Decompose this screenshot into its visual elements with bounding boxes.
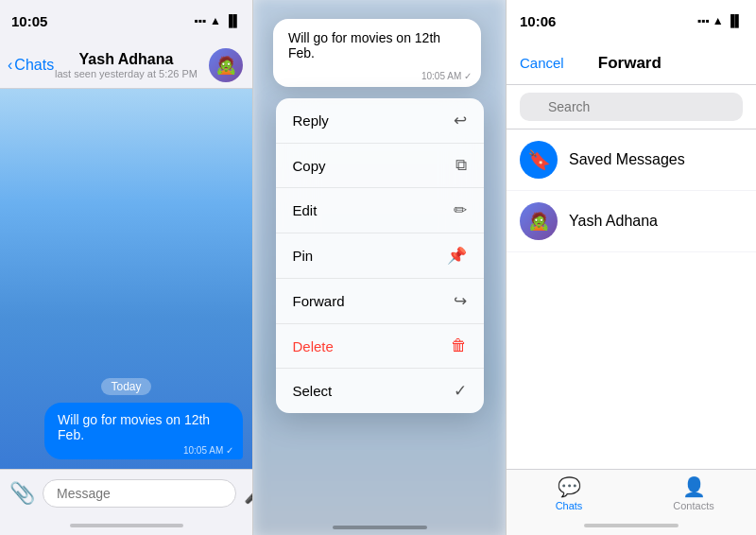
context-bubble-time: 10:05 AM ✓ <box>421 71 472 81</box>
home-bar <box>70 524 183 527</box>
copy-label: Copy <box>293 158 326 174</box>
forward-status-bar: 10:06 ▪▪▪ ▲ ▐▌ <box>507 0 756 42</box>
message-input[interactable] <box>43 479 236 508</box>
delete-label: Delete <box>293 338 334 354</box>
bookmark-icon: 🔖 <box>527 148 551 171</box>
status-time: 10:05 <box>11 13 47 29</box>
contact-saved-messages[interactable]: 🔖 Saved Messages <box>507 129 756 191</box>
forward-icon: ↪ <box>454 291 467 311</box>
yash-avatar: 🧟 <box>520 202 558 240</box>
select-icon: ✓ <box>454 381 467 401</box>
message-time: 10:05 AM ✓ <box>183 445 233 456</box>
context-menu: Reply ↩ Copy ⧉ Edit ✏ Pin 📌 Forward ↪ De… <box>276 98 484 413</box>
tab-chats[interactable]: 💬 Chats <box>507 470 631 516</box>
menu-item-edit[interactable]: Edit ✏ <box>276 188 484 233</box>
attach-icon[interactable]: 📎 <box>9 481 35 506</box>
message-text: Will go for movies on 12th Feb. <box>58 412 210 442</box>
back-label[interactable]: Chats <box>14 57 54 74</box>
edit-label: Edit <box>293 202 318 218</box>
context-menu-panel: Will go for movies on 12th Feb. 10:05 AM… <box>253 0 506 535</box>
fwd-status-time: 10:06 <box>520 13 556 29</box>
status-bar: 10:05 ▪▪▪ ▲ ▐▌ <box>0 0 252 42</box>
menu-item-reply[interactable]: Reply ↩ <box>276 98 484 144</box>
fwd-status-icons: ▪▪▪ ▲ ▐▌ <box>697 14 743 27</box>
contacts-tab-label: Contacts <box>673 500 713 511</box>
reply-icon: ↩ <box>454 111 467 130</box>
chat-header: ‹ Chats Yash Adhana last seen yesterday … <box>0 42 252 89</box>
forward-search-bar: 🔍 <box>507 85 756 129</box>
saved-messages-name: Saved Messages <box>569 151 685 168</box>
wifi-icon: ▲ <box>210 14 221 27</box>
menu-item-delete[interactable]: Delete 🗑 <box>276 324 484 369</box>
context-bubble-text: Will go for movies on 12th Feb. <box>288 30 440 60</box>
date-label: Today <box>101 378 150 395</box>
fwd-home-indicator <box>507 516 756 535</box>
forward-label: Forward <box>293 293 345 309</box>
contacts-tab-icon: 👤 <box>682 475 706 498</box>
menu-item-pin[interactable]: Pin 📌 <box>276 233 484 279</box>
menu-item-copy[interactable]: Copy ⧉ <box>276 144 484 188</box>
forward-header: Cancel Forward <box>507 42 756 85</box>
select-label: Select <box>293 383 333 399</box>
message-bubble[interactable]: Will go for movies on 12th Feb. 10:05 AM… <box>44 403 243 459</box>
contacts-list: 🔖 Saved Messages 🧟 Yash Adhana <box>507 129 756 469</box>
chevron-left-icon: ‹ <box>8 57 12 74</box>
delete-icon: 🗑 <box>451 337 467 355</box>
audio-icon[interactable]: 🎤 <box>244 482 253 505</box>
chats-tab-label: Chats <box>556 500 583 511</box>
forward-tab-bar: 💬 Chats 👤 Contacts <box>507 469 756 516</box>
status-icons: ▪▪▪ ▲ ▐▌ <box>194 14 241 27</box>
reply-label: Reply <box>293 112 329 129</box>
cancel-button[interactable]: Cancel <box>520 55 564 71</box>
avatar[interactable]: 🧟 <box>209 48 243 82</box>
search-input[interactable] <box>520 93 743 121</box>
contact-status: last seen yesterday at 5:26 PM <box>55 68 198 79</box>
yash-avatar-emoji: 🧟 <box>528 211 549 232</box>
fwd-home-bar <box>584 524 679 527</box>
chat-panel: 10:05 ▪▪▪ ▲ ▐▌ ‹ Chats Yash Adhana last … <box>0 0 253 535</box>
contact-yash[interactable]: 🧟 Yash Adhana <box>507 191 756 252</box>
signal-icon: ▪▪▪ <box>194 14 206 27</box>
chats-tab-icon: 💬 <box>558 475 581 498</box>
back-button[interactable]: ‹ Chats <box>8 57 54 74</box>
menu-item-select[interactable]: Select ✓ <box>276 369 484 413</box>
battery-icon: ▐▌ <box>225 14 241 27</box>
tab-contacts[interactable]: 👤 Contacts <box>631 470 756 516</box>
fwd-battery-icon: ▐▌ <box>727 14 743 27</box>
fwd-wifi-icon: ▲ <box>713 14 724 27</box>
fwd-signal-icon: ▪▪▪ <box>697 14 710 27</box>
chat-input-bar: 📎 🎤 <box>0 469 252 516</box>
context-bubble: Will go for movies on 12th Feb. 10:05 AM… <box>273 19 481 87</box>
pin-label: Pin <box>293 248 314 264</box>
search-wrapper: 🔍 <box>520 93 743 121</box>
chat-background: Today Will go for movies on 12th Feb. 10… <box>0 89 252 469</box>
saved-messages-avatar: 🔖 <box>520 141 558 179</box>
menu-item-forward[interactable]: Forward ↪ <box>276 279 484 324</box>
yash-name: Yash Adhana <box>569 213 658 230</box>
edit-icon: ✏ <box>454 200 467 220</box>
pin-icon: 📌 <box>447 246 467 266</box>
home-indicator <box>0 516 252 535</box>
contact-name: Yash Adhana <box>79 51 174 68</box>
context-content: Will go for movies on 12th Feb. 10:05 AM… <box>253 0 506 535</box>
copy-icon: ⧉ <box>455 156 467 175</box>
forward-title: Forward <box>598 54 662 73</box>
avatar-emoji: 🧟 <box>215 55 236 76</box>
forward-panel: 10:06 ▪▪▪ ▲ ▐▌ Cancel Forward 🔍 🔖 Saved … <box>506 0 756 535</box>
